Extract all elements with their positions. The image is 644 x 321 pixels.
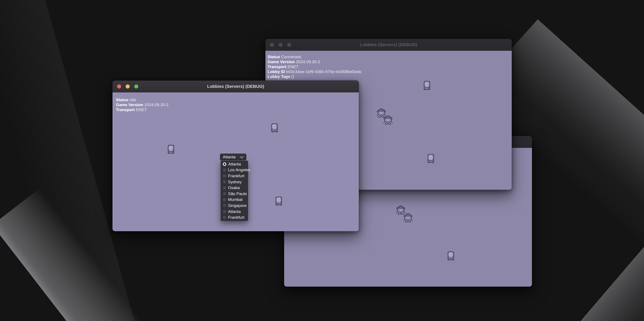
server-pot-sprite[interactable] [276,197,283,206]
server-pot-sprite[interactable] [428,154,435,163]
window-lobbies-front: Lobbies (Servers) (DEBUG) Status IdleGam… [112,80,359,231]
region-option-osaka[interactable]: Osaka [221,185,248,191]
region-option-mumbai[interactable]: Mumbai [221,197,248,203]
server-pot-sprite[interactable] [424,81,431,90]
radio-icon [223,210,226,213]
radio-icon [223,180,226,184]
region-option-singapore[interactable]: Singapore [221,203,248,209]
region-option-label: Sydney [228,180,242,184]
region-option-label: São Paulo [228,191,247,196]
radio-icon [223,204,226,207]
region-option-label: Mumbai [228,197,243,202]
region-option-frankfurt[interactable]: Frankfurt [221,214,248,220]
region-select[interactable]: Atlanta [220,154,246,160]
region-option-frankfurt[interactable]: Frankfurt [221,173,248,179]
server-pot-sprite[interactable] [448,251,455,261]
region-option-label: Osaka [228,185,240,190]
region-option-label: Frankfurt [228,215,244,220]
region-option-label: Singapore [228,203,247,208]
region-option-label: Atlanta [228,209,241,214]
radio-icon [223,198,226,201]
cowboy-sprite[interactable] [404,213,412,223]
radio-selected-icon [223,162,226,166]
region-option-s-o-paulo[interactable]: São Paulo [221,191,248,197]
region-option-atlanta[interactable]: Atlanta [221,209,248,215]
radio-icon [223,168,226,172]
region-option-sydney[interactable]: Sydney [221,179,248,185]
cowboy-sprite[interactable] [384,116,392,125]
radio-icon [223,216,226,219]
radio-icon [223,174,226,177]
region-option-los-angeles[interactable]: Los Angeles [221,167,248,173]
server-pot-sprite[interactable] [271,123,278,133]
region-option-label: Atlanta [228,162,241,167]
region-select-value: Atlanta [220,155,236,159]
region-dropdown-menu: AtlantaLos AngelesFrankfurtSydneyOsakaSã… [221,161,248,221]
radio-icon [223,192,226,195]
region-option-label: Los Angeles [228,168,250,172]
region-option-atlanta[interactable]: Atlanta [221,161,248,167]
chevron-down-icon [240,155,244,158]
server-pot-sprite[interactable] [168,145,175,154]
region-option-label: Frankfurt [228,174,244,178]
radio-icon [223,186,226,190]
desktop-background: Lobbies (Servers) (DEBUG) Lobbies (Serve… [0,0,644,321]
